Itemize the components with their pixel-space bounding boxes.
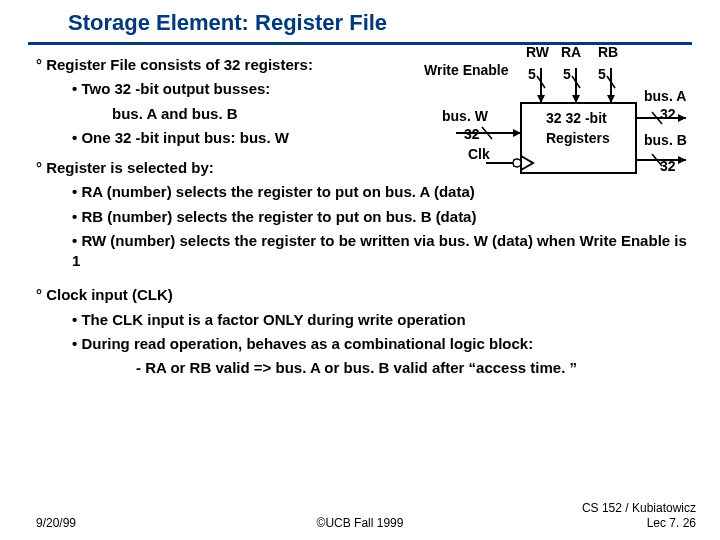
title-rule: [28, 42, 692, 45]
label-box-line2: Registers: [546, 130, 610, 146]
svg-marker-20: [678, 156, 686, 164]
label-busa: bus. A: [644, 88, 686, 104]
bullet-3-2a: RA or RB valid => bus. A or bus. B valid…: [28, 358, 692, 378]
bullet-3-1: The CLK input is a factor ONLY during wr…: [28, 310, 692, 330]
label-busa-32: 32: [660, 106, 676, 122]
label-five-3: 5: [598, 66, 606, 82]
bullet-3-text: Clock input (CLK): [46, 286, 173, 303]
label-five-1: 5: [528, 66, 536, 82]
svg-marker-4: [572, 95, 580, 103]
label-busb-32: 32: [660, 158, 676, 174]
label-busw-32: 32: [464, 126, 480, 142]
slide-title: Storage Element: Register File: [0, 0, 720, 42]
bullet-2-3-text: RW (number) selects the register to be w…: [72, 232, 687, 269]
bullet-2-text: Register is selected by:: [46, 159, 214, 176]
label-five-2: 5: [563, 66, 571, 82]
footer-right-1: CS 152 / Kubiatowicz: [582, 501, 696, 515]
bullet-3: Clock input (CLK): [28, 285, 692, 305]
label-box-line1: 32 32 -bit: [546, 110, 607, 126]
bullet-3-2a-text: RA or RB valid => bus. A or bus. B valid…: [145, 359, 577, 376]
bullet-1-2-text: One 32 -bit input bus: bus. W: [81, 129, 289, 146]
bullet-1-1a-text: bus. A and bus. B: [112, 105, 238, 122]
bullet-2-3: RW (number) selects the register to be w…: [28, 231, 692, 272]
bullet-3-1-text: The CLK input is a factor ONLY during wr…: [81, 311, 465, 328]
svg-marker-1: [537, 95, 545, 103]
label-busb: bus. B: [644, 132, 687, 148]
bullet-1-1-text: Two 32 -bit output busses:: [81, 80, 270, 97]
bullet-3-2-text: During read operation, behaves as a comb…: [81, 335, 533, 352]
label-ra: RA: [561, 44, 581, 60]
bullet-1-text: Register File consists of 32 registers:: [46, 56, 313, 73]
bullet-3-2: During read operation, behaves as a comb…: [28, 334, 692, 354]
svg-marker-17: [678, 114, 686, 122]
label-busw: bus. W: [442, 108, 488, 124]
label-clk: Clk: [468, 146, 490, 162]
label-rb: RB: [598, 44, 618, 60]
svg-point-15: [513, 159, 521, 167]
label-write-enable: Write Enable: [424, 62, 509, 78]
svg-marker-7: [607, 95, 615, 103]
footer-right: CS 152 / Kubiatowicz Lec 7. 26: [582, 501, 696, 530]
label-rw: RW: [526, 44, 549, 60]
svg-marker-11: [513, 129, 521, 137]
footer-right-2: Lec 7. 26: [647, 516, 696, 530]
register-file-diagram: RW RA RB Write Enable 5 5 5 bus. W 32 Cl…: [396, 48, 696, 208]
